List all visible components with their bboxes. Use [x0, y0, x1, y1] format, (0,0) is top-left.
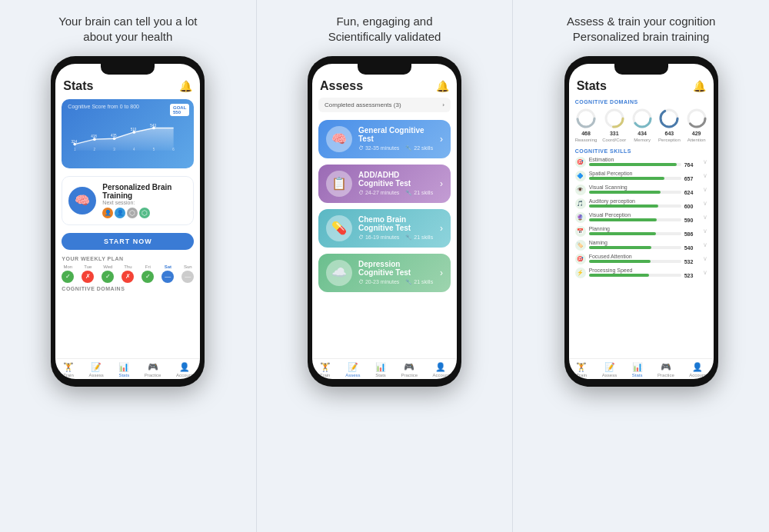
cog-domains-title-1: COGNITIVE DOMAINS — [62, 286, 194, 291]
skill-estimation[interactable]: 🎯 Estimation 764 ∨ — [575, 157, 707, 168]
depression-test-content: Depression Cognitive Test ⏱ 20-23 minute… — [358, 260, 434, 285]
depression-test-icon: ☁️ — [326, 260, 352, 286]
svg-marker-0 — [75, 128, 174, 150]
planning-score: 586 — [684, 231, 700, 237]
phone-3: Stats 🔔 COGNITIVE DOMAINS 468 — [564, 56, 718, 387]
domain-attention: 429 Attention — [686, 108, 707, 142]
depression-skills: 🔧 21 skills — [405, 279, 433, 285]
day-sun: Sun — — [181, 264, 194, 283]
attention-name: Attention — [687, 138, 706, 142]
estimation-bar — [589, 163, 677, 166]
account-icon-1: 👤 — [179, 362, 190, 372]
svg-text:418: 418 — [92, 135, 98, 138]
auditory-bar — [589, 204, 658, 208]
spatial-info: Spatial Perception 657 — [589, 171, 700, 181]
chemo-test-icon: 💊 — [326, 215, 352, 241]
chart-area: Cognitive Score from 0 to 800 GOAL550 — [62, 99, 194, 168]
naming-arrow-icon: ∨ — [703, 241, 707, 248]
chemo-test-meta: ⏱ 16-19 minutes 🔧 21 skills — [358, 234, 434, 241]
auditory-score: 600 — [684, 204, 700, 209]
auditory-arrow-icon: ∨ — [703, 200, 707, 207]
nav-stats-2[interactable]: 📊 Stats — [375, 362, 386, 377]
spatial-score: 657 — [684, 176, 700, 181]
nav-assess-1[interactable]: 📝 Assess — [89, 362, 104, 377]
perception-circle — [658, 108, 680, 129]
chemo-test-title: Chemo Brain Cognitive Test — [358, 215, 434, 232]
planning-bar — [589, 232, 657, 235]
attention-circle — [686, 108, 707, 129]
assessment-chemo[interactable]: 💊 Chemo Brain Cognitive Test ⏱ 16-19 min… — [318, 209, 451, 248]
estimation-score: 764 — [684, 162, 700, 168]
visual-scanning-arrow-icon: ∨ — [703, 186, 707, 193]
reasoning-name: Reasoning — [575, 138, 598, 142]
start-now-button[interactable]: START NOW — [62, 233, 194, 250]
planning-name: Planning — [589, 226, 700, 231]
focused-attention-arrow-icon: ∨ — [703, 255, 707, 262]
planning-arrow-icon: ∨ — [703, 228, 707, 234]
visual-perception-icon: 🔮 — [575, 212, 586, 223]
skill-visual-scanning[interactable]: 👁️ Visual Scanning 624 ∨ — [575, 185, 707, 195]
chevron-right-icon: › — [442, 101, 444, 108]
focused-attention-name: Focused Attention — [589, 254, 700, 259]
skill-focused-attention[interactable]: 🎯 Focused Attention 532 ∨ — [575, 254, 707, 264]
stats-title-1: Stats — [63, 79, 93, 93]
depression-time: ⏱ 20-23 minutes — [358, 279, 399, 285]
nav-stats-1[interactable]: 📊 Stats — [118, 362, 129, 377]
general-test-content: General Cognitive Test ⏱ 32-35 minutes 🔧… — [358, 126, 434, 151]
phone-screen-3: Stats 🔔 COGNITIVE DOMAINS 468 — [569, 64, 714, 379]
naming-icon: 🏷️ — [575, 240, 586, 251]
stats-icon-2: 📊 — [375, 362, 386, 372]
nav-stats-3[interactable]: 📊 Stats — [632, 362, 643, 377]
visual-perception-info: Visual Perception 590 — [589, 212, 700, 223]
skill-planning[interactable]: 📅 Planning 586 ∨ — [575, 226, 707, 237]
nav-account-2[interactable]: 👤 Account — [433, 362, 450, 377]
completed-bar[interactable]: Completed assessments (3) › — [318, 98, 451, 112]
nav-train-2[interactable]: 🏋️ Train — [320, 362, 331, 377]
focused-attention-info: Focused Attention 532 — [589, 254, 700, 264]
nav-account-3[interactable]: 👤 Account — [689, 362, 706, 377]
skill-processing-speed[interactable]: ⚡ Processing Speed 523 ∨ — [575, 268, 707, 278]
bt-sub: Next session: — [102, 200, 171, 205]
assessment-depression[interactable]: ☁️ Depression Cognitive Test ⏱ 20-23 min… — [318, 254, 451, 292]
assessment-adhd[interactable]: 📋 ADD/ADHD Cognitive Test ⏱ 24-27 minute… — [318, 165, 451, 203]
completed-text: Completed assessments (3) — [325, 101, 401, 108]
chemo-skills: 🔧 21 skills — [405, 234, 433, 241]
assessment-general[interactable]: 🧠 General Cognitive Test ⏱ 32-35 minutes… — [318, 120, 451, 158]
cog-skills-title: COGNITIVE SKILLS — [575, 148, 707, 154]
nav-train-3[interactable]: 🏋️ Train — [576, 362, 587, 377]
nav-train-1[interactable]: 🏋️ Train — [63, 362, 74, 377]
general-test-icon: 🧠 — [326, 126, 352, 152]
depression-test-meta: ⏱ 20-23 minutes 🔧 21 skills — [358, 279, 434, 285]
practice-icon-3: 🎮 — [661, 362, 671, 372]
nav-assess-2[interactable]: 📝 Assess — [345, 362, 360, 377]
estimation-name: Estimation — [589, 157, 700, 162]
nav-practice-3[interactable]: 🎮 Practice — [657, 362, 674, 377]
stats-icon-3: 📊 — [632, 362, 643, 372]
bt-title: Personalized BrainTraining — [102, 183, 171, 200]
coord-circle — [604, 108, 625, 129]
bottom-nav-1: 🏋️ Train 📝 Assess 📊 Stats 🎮 Practice 👤 — [55, 358, 200, 379]
nav-practice-2[interactable]: 🎮 Practice — [401, 362, 418, 377]
cog-domains-section: COGNITIVE DOMAINS 468 Reasoning — [575, 99, 707, 142]
perception-name: Perception — [658, 138, 681, 142]
bottom-nav-2: 🏋️ Train 📝 Assess 📊 Stats 🎮 Practice 👤 — [312, 358, 457, 379]
nav-assess-3[interactable]: 📝 Assess — [602, 362, 617, 377]
assess-icon-2: 📝 — [348, 362, 358, 372]
auditory-info: Auditory perception 600 — [589, 198, 700, 209]
visual-perception-arrow-icon: ∨ — [703, 214, 707, 221]
visual-scanning-score: 624 — [684, 190, 700, 195]
skills-section: COGNITIVE SKILLS 🎯 Estimation 764 ∨ 🔷 — [575, 148, 707, 281]
skill-spatial[interactable]: 🔷 Spatial Perception 657 ∨ — [575, 171, 707, 181]
adhd-test-meta: ⏱ 24-27 minutes 🔧 21 skills — [358, 190, 434, 196]
skill-auditory[interactable]: 🎵 Auditory perception 600 ∨ — [575, 198, 707, 209]
adhd-test-content: ADD/ADHD Cognitive Test ⏱ 24-27 minutes … — [358, 171, 434, 196]
skill-naming[interactable]: 🏷️ Naming 540 ∨ — [575, 240, 707, 251]
nav-practice-1[interactable]: 🎮 Practice — [145, 362, 161, 377]
svg-text:324: 324 — [72, 139, 78, 143]
general-test-meta: ⏱ 32-35 minutes 🔧 22 skills — [358, 145, 434, 151]
skill-visual-perception[interactable]: 🔮 Visual Perception 590 ∨ — [575, 212, 707, 223]
coord-score: 331 — [610, 131, 619, 136]
visual-scanning-name: Visual Scanning — [589, 185, 700, 190]
panel-3: Assess & train your cognitionPersonalize… — [512, 0, 769, 532]
nav-account-1[interactable]: 👤 Account — [176, 362, 193, 377]
